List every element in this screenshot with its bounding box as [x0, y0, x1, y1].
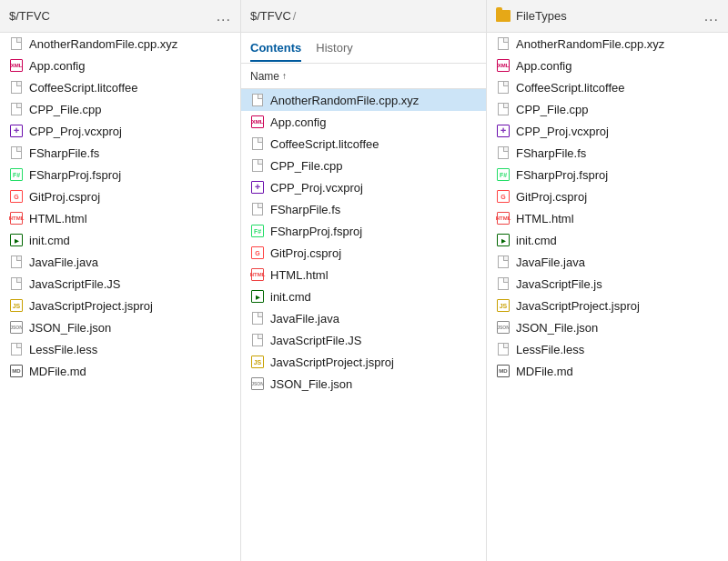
file-name: CoffeeScript.litcoffee — [516, 81, 624, 95]
list-item[interactable]: JavaFile.java — [241, 307, 486, 329]
file-name: CPP_File.cpp — [516, 103, 588, 116]
list-item[interactable]: GGitProj.csproj — [0, 185, 240, 207]
xml-icon: XML — [250, 115, 265, 129]
file-name: JavaScriptProject.jsproj — [516, 299, 640, 313]
file-name: FSharpProj.fsproj — [516, 168, 608, 182]
json-icon: JSON — [250, 376, 265, 391]
doc-icon — [250, 158, 265, 173]
list-item[interactable]: FSharpFile.fs — [487, 142, 728, 164]
left-more-button[interactable]: ... — [217, 9, 231, 24]
middle-panel: $/TFVC / Contents History Name ↑ Another… — [241, 0, 487, 561]
fs-icon: F# — [250, 224, 265, 238]
right-panel: FileTypes ... AnotherRandomFile.cpp.xyzX… — [487, 0, 728, 561]
html-icon: HTML — [496, 211, 511, 225]
left-panel-title: $/TFVC — [9, 9, 50, 23]
list-item[interactable]: XMLApp.config — [241, 111, 486, 133]
right-title-label: FileTypes — [516, 9, 567, 23]
list-item[interactable]: JavaScriptFile.js — [487, 273, 728, 295]
file-name: JavaScriptFile.JS — [270, 334, 361, 347]
file-name: FSharpProj.fsproj — [270, 225, 362, 238]
file-name: HTML.html — [270, 268, 329, 282]
list-item[interactable]: HTMLHTML.html — [0, 207, 240, 229]
list-item[interactable]: XMLApp.config — [487, 55, 728, 76]
list-item[interactable]: JSJavaScriptProject.jsproj — [241, 351, 486, 373]
file-name: FSharpFile.fs — [29, 146, 99, 160]
doc-icon — [9, 80, 24, 95]
list-item[interactable]: GGitProj.csproj — [241, 242, 486, 264]
list-item[interactable]: JavaScriptFile.JS — [0, 273, 240, 295]
file-name: CoffeeScript.litcoffee — [270, 137, 379, 151]
html-icon: HTML — [9, 211, 24, 225]
list-item[interactable]: ✛CPP_Proj.vcxproj — [487, 120, 728, 142]
file-name: CPP_File.cpp — [29, 103, 101, 116]
tab-history[interactable]: History — [316, 34, 352, 62]
list-item[interactable]: CPP_File.cpp — [487, 98, 728, 120]
list-item[interactable]: CPP_File.cpp — [0, 98, 240, 120]
git-icon: G — [250, 245, 265, 260]
list-item[interactable]: XMLApp.config — [0, 55, 240, 76]
list-item[interactable]: HTMLHTML.html — [487, 207, 728, 229]
list-item[interactable]: CoffeeScript.litcoffee — [487, 76, 728, 98]
file-name: App.config — [29, 59, 85, 73]
list-item[interactable]: F#FSharpProj.fsproj — [241, 220, 486, 242]
file-name: App.config — [270, 115, 326, 129]
middle-file-list: AnotherRandomFile.cpp.xyzXMLApp.configCo… — [241, 89, 486, 561]
list-item[interactable]: HTMLHTML.html — [241, 264, 486, 286]
list-item[interactable]: JSONJSON_File.json — [0, 316, 240, 338]
file-name: init.cmd — [516, 234, 557, 247]
right-more-button[interactable]: ... — [704, 9, 719, 24]
list-item[interactable]: JavaFile.java — [487, 251, 728, 273]
file-name: MDFile.md — [516, 365, 573, 378]
cmd-icon: ▶ — [9, 233, 24, 247]
right-panel-title: FileTypes — [496, 9, 567, 23]
doc-icon — [9, 342, 24, 356]
list-item[interactable]: AnotherRandomFile.cpp.xyz — [241, 89, 486, 111]
list-item[interactable]: LessFile.less — [487, 338, 728, 360]
doc-icon — [9, 102, 24, 116]
right-file-list: AnotherRandomFile.cpp.xyzXMLApp.configCo… — [487, 33, 728, 561]
list-item[interactable]: GGitProj.csproj — [487, 185, 728, 207]
list-item[interactable]: F#FSharpProj.fsproj — [487, 164, 728, 185]
list-item[interactable]: FSharpFile.fs — [241, 198, 486, 220]
list-item[interactable]: ✛CPP_Proj.vcxproj — [241, 176, 486, 198]
md-icon: MD — [9, 364, 24, 378]
list-item[interactable]: ▶init.cmd — [487, 229, 728, 251]
list-item[interactable]: AnotherRandomFile.cpp.xyz — [0, 33, 240, 55]
list-item[interactable]: ▶init.cmd — [241, 286, 486, 307]
doc-icon — [496, 36, 511, 51]
middle-breadcrumb: $/TFVC / — [250, 9, 296, 23]
list-item[interactable]: JSJavaScriptProject.jsproj — [0, 295, 240, 316]
doc-icon — [496, 145, 511, 160]
list-item[interactable]: JavaFile.java — [0, 251, 240, 273]
tfvc-label: $/TFVC — [9, 9, 50, 23]
list-item[interactable]: CoffeeScript.litcoffee — [0, 76, 240, 98]
list-item[interactable]: AnotherRandomFile.cpp.xyz — [487, 33, 728, 55]
list-item[interactable]: MDMDFile.md — [487, 360, 728, 382]
list-item[interactable]: LessFile.less — [0, 338, 240, 360]
list-item[interactable]: F#FSharpProj.fsproj — [0, 164, 240, 185]
list-item[interactable]: CPP_File.cpp — [241, 155, 486, 176]
list-item[interactable]: ▶init.cmd — [0, 229, 240, 251]
list-item[interactable]: FSharpFile.fs — [0, 142, 240, 164]
doc-icon — [496, 80, 511, 95]
list-item[interactable]: JavaScriptFile.JS — [241, 329, 486, 351]
cs-icon: ✛ — [496, 124, 511, 138]
list-item[interactable]: JSONJSON_File.json — [487, 316, 728, 338]
doc-icon — [496, 276, 511, 291]
cs-icon: ✛ — [9, 124, 24, 138]
list-item[interactable]: CoffeeScript.litcoffee — [241, 133, 486, 155]
file-name: GitProj.csproj — [29, 190, 100, 204]
json-icon: JSON — [496, 320, 511, 335]
file-name: JavaScriptFile.js — [516, 277, 602, 291]
tab-contents[interactable]: Contents — [250, 34, 301, 62]
xml-icon: XML — [496, 58, 511, 73]
list-item[interactable]: JSJavaScriptProject.jsproj — [487, 295, 728, 316]
file-name: init.cmd — [29, 234, 70, 247]
file-name: AnotherRandomFile.cpp.xyz — [516, 37, 664, 51]
xml-icon: XML — [9, 58, 24, 73]
list-item[interactable]: JSONJSON_File.json — [241, 373, 486, 395]
git-icon: G — [9, 189, 24, 204]
list-item[interactable]: ✛CPP_Proj.vcxproj — [0, 120, 240, 142]
file-name: AnotherRandomFile.cpp.xyz — [29, 37, 177, 51]
list-item[interactable]: MDMDFile.md — [0, 360, 240, 382]
